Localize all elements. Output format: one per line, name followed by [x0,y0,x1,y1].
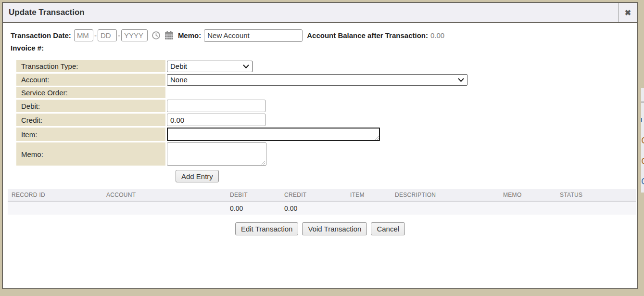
resize-grip-icon[interactable] [261,160,265,165]
debit-input[interactable] [167,100,265,112]
void-transaction-button[interactable]: Void Transaction [302,222,367,235]
records-table: RECORD ID ACCOUNT DEBIT CREDIT ITEM DESC… [8,189,636,215]
item-row: Item: [16,128,632,141]
item-input[interactable] [167,128,380,141]
background-fragment [642,137,644,143]
calendar-icon[interactable] [164,31,174,40]
date-separator: - [118,31,120,39]
account-balance-label: Account Balance after Transaction: [307,31,428,39]
column-record-id: RECORD ID [8,192,102,198]
column-description: DESCRIPTION [391,192,499,198]
background-page-sliver [641,88,644,193]
chevron-down-icon [458,76,464,84]
service-order-row: Service Order: [16,87,632,98]
background-fragment [641,102,644,103]
close-button[interactable]: ✖ [618,3,637,22]
service-order-label: Service Order: [16,87,165,98]
date-month-input[interactable] [74,29,93,41]
credit-label: Credit: [16,114,165,126]
background-fragment [642,158,644,164]
account-selected: None [170,76,188,84]
column-debit: DEBIT [226,192,280,198]
background-fragment [641,118,642,122]
column-status: STATUS [556,192,636,198]
credit-input[interactable] [167,114,265,126]
dialog-footer: Edit Transaction Void Transaction Cancel [8,222,632,235]
transaction-date-row: Transaction Date: - - [11,29,632,42]
cell-debit: 0.00 [226,205,280,212]
account-label: Account: [16,74,165,86]
cancel-button[interactable]: Cancel [371,222,405,235]
transaction-type-select[interactable]: Debit [167,61,253,72]
column-memo: MEMO [499,192,556,198]
records-table-header: RECORD ID ACCOUNT DEBIT CREDIT ITEM DESC… [8,189,636,202]
transaction-type-selected: Debit [170,62,187,70]
entry-form: Transaction Type: Debit Account: None [16,60,632,182]
item-label: Item: [16,128,165,141]
cell-credit: 0.00 [280,205,346,212]
resize-grip-icon[interactable] [375,136,379,140]
transaction-memo-input[interactable] [204,29,303,42]
credit-row: Credit: [16,114,632,126]
entry-memo-label: Memo: [16,142,165,166]
entry-memo-textarea[interactable] [167,142,266,166]
memo-label: Memo: [178,31,201,39]
date-year-input[interactable] [121,29,148,41]
edit-transaction-button[interactable]: Edit Transaction [235,222,299,235]
background-fragment [642,178,644,184]
column-credit: CREDIT [280,192,346,198]
dialog-title: Update Transaction [3,8,85,17]
account-balance-value: 0.00 [430,31,444,39]
add-entry-button[interactable]: Add Entry [176,170,219,182]
dialog-header: Update Transaction ✖ [3,3,637,23]
update-transaction-dialog: Update Transaction ✖ Transaction Date: -… [2,2,638,289]
clock-icon[interactable] [152,31,161,40]
transaction-type-label: Transaction Type: [16,60,165,72]
invoice-row: Invoice #: [11,44,632,52]
date-separator: - [94,31,97,39]
account-row: Account: None [16,74,632,86]
invoice-label: Invoice #: [11,44,44,52]
transaction-type-row: Transaction Type: Debit [16,60,632,72]
chevron-down-icon [243,62,249,70]
entry-memo-row: Memo: [16,142,632,166]
column-item: ITEM [346,192,391,198]
debit-label: Debit: [16,100,165,112]
table-row: 0.00 0.00 [8,202,636,215]
dialog-body: Transaction Date: - - [3,23,637,235]
date-day-input[interactable] [98,29,117,41]
account-select[interactable]: None [167,74,467,86]
close-icon: ✖ [625,8,631,17]
column-account: ACCOUNT [102,192,226,198]
transaction-date-label: Transaction Date: [11,31,71,39]
debit-row: Debit: [16,100,632,112]
